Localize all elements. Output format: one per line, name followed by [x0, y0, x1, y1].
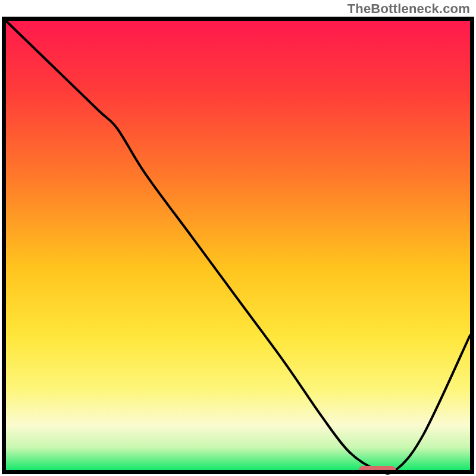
plot-area	[4, 19, 472, 475]
bottleneck-chart	[0, 0, 476, 476]
chart-container: TheBottleneck.com	[0, 0, 476, 476]
watermark-text: TheBottleneck.com	[347, 1, 470, 17]
